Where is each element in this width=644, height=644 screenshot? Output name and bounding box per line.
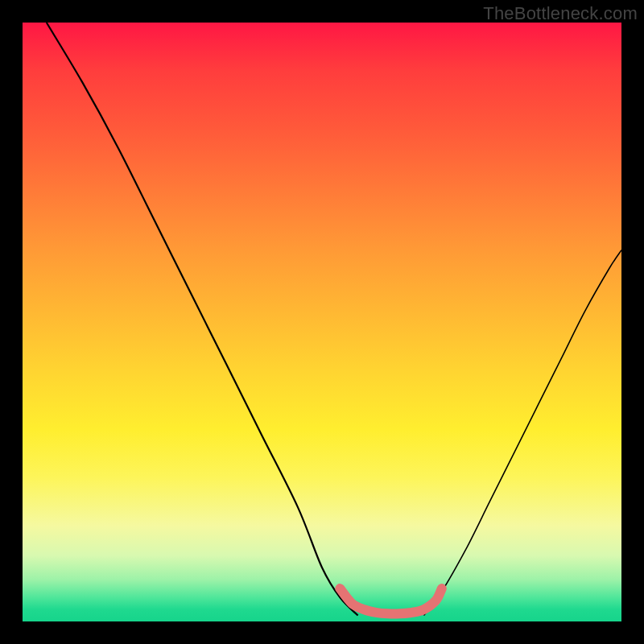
left-curve-path	[47, 23, 358, 616]
chart-svg	[23, 23, 621, 621]
right-curve-path	[424, 250, 622, 616]
chart-frame: TheBottleneck.com	[0, 0, 644, 644]
plot-area	[23, 23, 621, 621]
bottom-pink-path	[340, 588, 442, 613]
watermark-text: TheBottleneck.com	[483, 3, 638, 24]
